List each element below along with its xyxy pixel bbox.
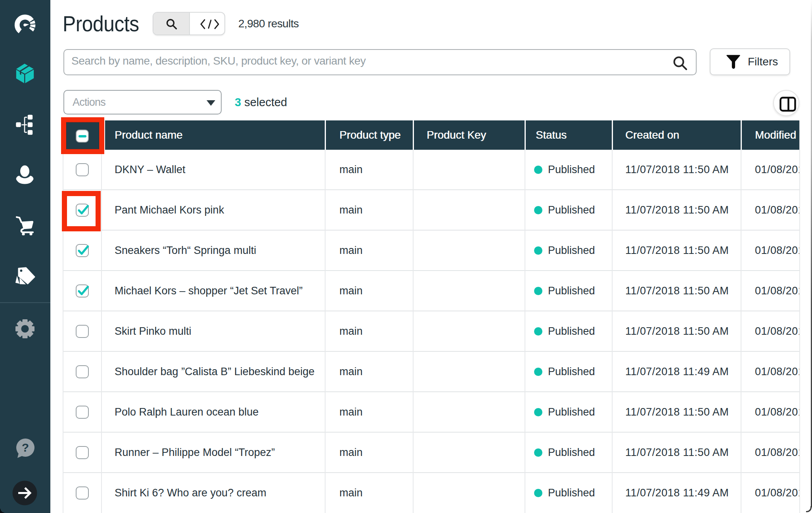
svg-text:?: ?: [22, 441, 29, 454]
